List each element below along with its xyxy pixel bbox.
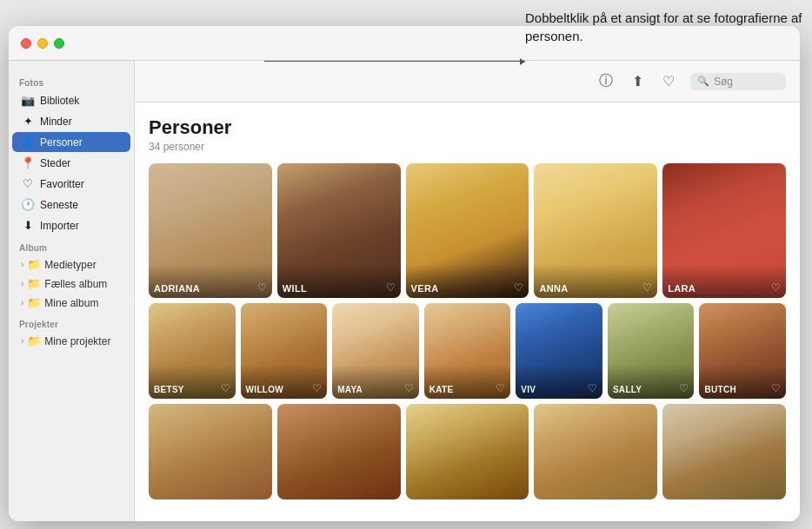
heart-lara[interactable]: ♡ <box>771 281 781 294</box>
heart-adriana[interactable]: ♡ <box>257 281 267 294</box>
search-placeholder: Søg <box>714 76 733 88</box>
sidebar-item-favoritter[interactable]: ♡ Favoritter <box>12 174 130 194</box>
heart-vera[interactable]: ♡ <box>514 281 523 294</box>
close-button[interactable] <box>21 38 31 49</box>
projekter-icon: 📁 <box>27 334 41 347</box>
personer-icon: 👤 <box>21 136 35 149</box>
person-card-row3d[interactable] <box>534 404 657 499</box>
person-card-sally[interactable]: Sally ♡ <box>608 303 695 399</box>
person-name-willow: Willow <box>246 385 283 394</box>
person-card-row3b[interactable] <box>277 404 401 499</box>
minder-icon: ✦ <box>21 115 35 128</box>
person-grid-row-1: ADRIANA ♡ WILL ♡ VERA ♡ <box>149 163 786 298</box>
sidebar-item-seneste[interactable]: 🕐 Seneste <box>12 195 130 215</box>
chevron-medietyper: › <box>21 260 23 269</box>
person-card-viv[interactable]: Viv ♡ <box>516 303 602 399</box>
faelles-icon: 📁 <box>27 277 41 290</box>
person-name-vera: VERA <box>411 283 439 294</box>
person-name-will: WILL <box>283 283 307 294</box>
person-card-betsy[interactable]: Betsy ♡ <box>149 303 236 399</box>
person-name-betsy: Betsy <box>154 385 184 394</box>
sidebar-label-mine-projekter: Mine projekter <box>44 335 110 347</box>
chevron-mine-album: › <box>21 298 23 307</box>
person-name-anna: ANNA <box>539 283 568 294</box>
person-card-maya[interactable]: Maya ♡ <box>332 303 419 399</box>
traffic-lights <box>21 38 64 49</box>
heart-butch[interactable]: ♡ <box>771 382 781 394</box>
person-card-will[interactable]: WILL ♡ <box>277 163 401 298</box>
heart-will[interactable]: ♡ <box>386 281 396 294</box>
right-panel: ⓘ ⬆ ♡ 🔍 Søg Personer 34 personer ADRIANA <box>135 61 800 521</box>
sidebar-label-mine-album: Mine album <box>44 297 98 309</box>
photos-window: Fotos 📷 Bibliotek ✦ Minder 👤 Personer 📍 … <box>9 26 800 521</box>
person-card-vera[interactable]: VERA ♡ <box>406 163 529 298</box>
heart-maya[interactable]: ♡ <box>404 382 414 394</box>
heart-betsy[interactable]: ♡ <box>221 382 230 394</box>
sidebar-label-importer: Importer <box>40 220 79 232</box>
chevron-mine-projekter: › <box>21 336 23 346</box>
person-card-anna[interactable]: ANNA ♡ <box>534 163 657 298</box>
sidebar-item-medietyper[interactable]: › 📁 Medietyper <box>12 255 130 274</box>
sidebar-section-projekter: Projekter <box>9 313 134 331</box>
sidebar-item-faelles[interactable]: › 📁 Fælles album <box>12 274 130 293</box>
sidebar-label-favoritter: Favoritter <box>40 178 84 190</box>
name-bar-willow: Willow ♡ <box>241 365 328 399</box>
name-bar-kate: Kate ♡ <box>424 365 511 399</box>
sidebar-item-mine-projekter[interactable]: › 📁 Mine projekter <box>12 332 130 350</box>
person-name-viv: Viv <box>521 385 536 394</box>
seneste-icon: 🕐 <box>21 198 35 211</box>
person-name-lara: LARA <box>668 283 696 294</box>
heart-willow[interactable]: ♡ <box>312 382 322 394</box>
sidebar-item-bibliotek[interactable]: 📷 Bibliotek <box>12 90 130 110</box>
sidebar-item-personer[interactable]: 👤 Personer <box>12 132 130 152</box>
fullscreen-button[interactable] <box>54 38 64 49</box>
name-bar-will: WILL ♡ <box>277 264 401 298</box>
page-title: Personer <box>149 116 786 139</box>
person-card-row3c[interactable] <box>406 404 529 499</box>
titlebar <box>9 26 800 61</box>
info-icon[interactable]: ⓘ <box>596 69 616 94</box>
search-icon: 🔍 <box>697 76 709 87</box>
person-card-willow[interactable]: Willow ♡ <box>241 303 328 399</box>
person-name-kate: Kate <box>429 385 454 394</box>
person-card-adriana[interactable]: ADRIANA ♡ <box>149 163 272 298</box>
persons-count: 34 personer <box>149 141 786 153</box>
heart-toolbar-icon[interactable]: ♡ <box>659 69 678 93</box>
heart-kate[interactable]: ♡ <box>496 382 505 394</box>
mine-album-icon: 📁 <box>27 296 41 309</box>
name-bar-lara: LARA ♡ <box>662 264 786 298</box>
name-bar-vera: VERA ♡ <box>406 264 529 298</box>
person-card-row3e[interactable] <box>662 404 786 499</box>
sidebar-label-faelles: Fælles album <box>44 278 107 290</box>
sidebar-item-minder[interactable]: ✦ Minder <box>12 111 130 131</box>
name-bar-anna: ANNA ♡ <box>534 264 657 298</box>
person-card-butch[interactable]: Butch ♡ <box>699 303 786 399</box>
person-name-butch: Butch <box>704 385 736 394</box>
share-icon[interactable]: ⬆ <box>629 69 647 93</box>
search-box[interactable]: 🔍 Søg <box>690 73 786 90</box>
person-grid-row-3 <box>149 404 786 499</box>
sidebar-section-album: Album <box>9 236 134 255</box>
sidebar-label-minder: Minder <box>40 116 72 128</box>
heart-anna[interactable]: ♡ <box>642 281 652 294</box>
sidebar-label-personer: Personer <box>40 136 83 149</box>
heart-sally[interactable]: ♡ <box>679 382 689 394</box>
person-name-maya: Maya <box>337 385 363 394</box>
sidebar-item-mine-album[interactable]: › 📁 Mine album <box>12 294 130 312</box>
minimize-button[interactable] <box>37 38 48 49</box>
medietyper-icon: 📁 <box>27 258 41 271</box>
name-bar-betsy: Betsy ♡ <box>149 365 236 399</box>
person-card-row3a[interactable] <box>149 404 272 499</box>
person-card-lara[interactable]: LARA ♡ <box>662 163 786 298</box>
sidebar: Fotos 📷 Bibliotek ✦ Minder 👤 Personer 📍 … <box>9 61 135 521</box>
sidebar-section-fotos: Fotos <box>9 71 134 89</box>
sidebar-label-steder: Steder <box>40 157 70 169</box>
main-content: Fotos 📷 Bibliotek ✦ Minder 👤 Personer 📍 … <box>9 61 800 521</box>
name-bar-viv: Viv ♡ <box>516 365 602 399</box>
steder-icon: 📍 <box>21 156 35 169</box>
sidebar-item-importer[interactable]: ⬇ Importer <box>12 215 130 235</box>
person-name-sally: Sally <box>613 385 642 394</box>
person-card-kate[interactable]: Kate ♡ <box>424 303 511 399</box>
heart-viv[interactable]: ♡ <box>588 382 597 394</box>
sidebar-item-steder[interactable]: 📍 Steder <box>12 153 130 173</box>
